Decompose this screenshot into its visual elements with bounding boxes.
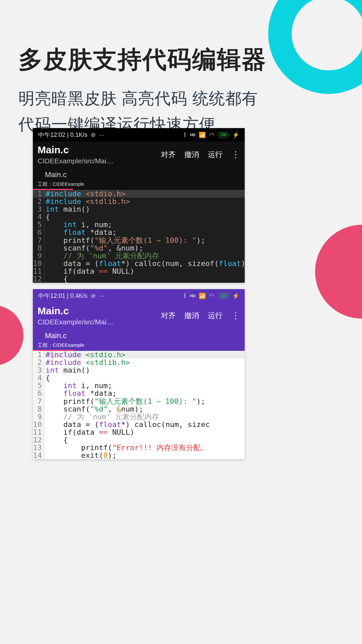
hd-icon: HD — [190, 294, 195, 298]
signal-icon: 📶 — [199, 292, 206, 300]
editor-toolbar: Main.c CIDEExample/src/Mai… 对齐 撤消 运行 ⋮ — [33, 142, 245, 167]
project-label: 工程：CIDEExample — [33, 341, 245, 350]
editor-dark-theme: 中午12:02 | 0.1K/s ⊘ ⋯ ᛒ HD 📶 ◠ 100 ⚡ Main… — [33, 128, 245, 283]
charging-icon: ⚡ — [232, 131, 239, 139]
status-time: 中午12:02 — [38, 131, 65, 139]
promo-line1: 明亮暗黑皮肤 高亮代码 统统都有 — [18, 90, 258, 107]
run-button[interactable]: 运行 — [208, 150, 223, 160]
editor-light-theme: 中午12:01 | 0.4K/s ⊘ ⋯ ᛒ HD 📶 ◠ 100 ⚡ Main… — [33, 289, 245, 459]
undo-button[interactable]: 撤消 — [184, 311, 199, 321]
undo-button[interactable]: 撤消 — [184, 150, 199, 160]
file-title: Main.c — [38, 144, 161, 156]
status-netspeed: 0.4K/s — [70, 292, 87, 300]
status-time: 中午12:01 — [38, 292, 65, 300]
tab-bar: Main.c 工程：CIDEExample — [33, 328, 245, 351]
more-dots-icon: ⋯ — [99, 292, 105, 300]
project-label: 工程：CIDEExample — [33, 180, 245, 189]
code-editor[interactable]: 1#include <stdio.h> 2#include <stdlib.h>… — [33, 190, 245, 283]
overflow-menu-icon[interactable]: ⋮ — [231, 311, 240, 320]
no-disturb-icon: ⊘ — [91, 292, 96, 300]
wifi-icon: ◠ — [209, 292, 214, 300]
editor-toolbar: Main.c CIDEExample/src/Mai… 对齐 撤消 运行 ⋮ — [33, 303, 245, 328]
overflow-menu-icon[interactable]: ⋮ — [231, 150, 240, 159]
bluetooth-icon: ᛒ — [183, 131, 187, 138]
file-path: CIDEExample/src/Mai… — [38, 318, 161, 326]
run-button[interactable]: 运行 — [208, 311, 223, 321]
signal-icon: 📶 — [199, 131, 206, 139]
file-title: Main.c — [38, 305, 161, 317]
decorative-circle-right — [315, 225, 362, 319]
file-path: CIDEExample/src/Mai… — [38, 157, 161, 165]
more-dots-icon: ⋯ — [99, 131, 105, 139]
tab-mainc[interactable]: Main.c — [33, 169, 245, 180]
align-button[interactable]: 对齐 — [161, 150, 176, 160]
no-disturb-icon: ⊘ — [91, 131, 96, 139]
tab-mainc[interactable]: Main.c — [33, 330, 245, 341]
code-editor[interactable]: 1#include <stdio.h> 2#include <stdlib.h>… — [33, 351, 245, 459]
battery-icon: 100 — [218, 293, 229, 299]
promo-title: 多皮肤支持代码编辑器 — [18, 44, 344, 76]
hd-icon: HD — [190, 133, 195, 137]
promo-headline: 多皮肤支持代码编辑器 明亮暗黑皮肤 高亮代码 统统都有 代码一键编译运行快速方便 — [18, 44, 344, 138]
align-button[interactable]: 对齐 — [161, 311, 176, 321]
status-bar: 中午12:02 | 0.1K/s ⊘ ⋯ ᛒ HD 📶 ◠ 100 ⚡ — [33, 128, 245, 142]
battery-icon: 100 — [218, 132, 229, 138]
status-bar: 中午12:01 | 0.4K/s ⊘ ⋯ ᛒ HD 📶 ◠ 100 ⚡ — [33, 289, 245, 303]
charging-icon: ⚡ — [232, 292, 239, 300]
bluetooth-icon: ᛒ — [183, 292, 187, 299]
tab-bar: Main.c 工程：CIDEExample — [33, 167, 245, 190]
status-netspeed: 0.1K/s — [70, 131, 87, 139]
decorative-circle-left — [0, 305, 23, 366]
wifi-icon: ◠ — [209, 131, 214, 139]
